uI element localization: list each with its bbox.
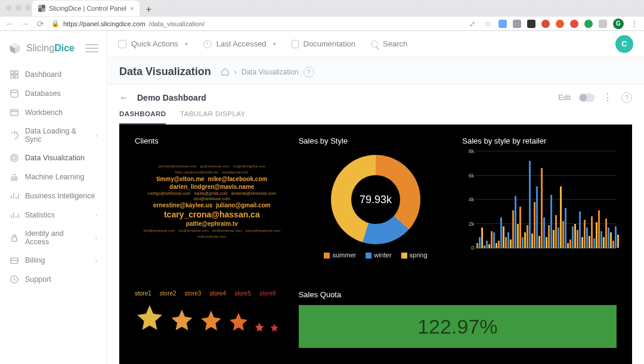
sidebar-icon: [10, 108, 19, 117]
extension-icon[interactable]: [499, 20, 507, 28]
panel-stores: store1store2store3store4store5store8: [130, 285, 294, 364]
bar: [512, 210, 514, 248]
extension-icon[interactable]: [556, 20, 564, 28]
sidebar-item-support[interactable]: Support: [5, 270, 102, 288]
extension-icon[interactable]: [513, 20, 521, 28]
sidebar-item-label: Support: [25, 275, 51, 284]
sidebar-item-label: Databases: [25, 89, 61, 98]
sidebar-icon: [10, 210, 19, 220]
address-bar[interactable]: 🔒 https://panel.slicingdice.com/data_vis…: [51, 20, 462, 27]
store-label: store5: [234, 290, 251, 297]
zoom-icon[interactable]: ⤢: [467, 19, 477, 29]
documentation-link[interactable]: Documentation: [292, 39, 355, 48]
more-menu[interactable]: ⋮: [603, 92, 613, 103]
bar: [493, 232, 495, 248]
sidebar-item-workbench[interactable]: Workbench: [5, 104, 102, 122]
legend-label: winter: [374, 251, 391, 259]
bar: [608, 228, 609, 248]
sidebar-item-label: Dashboard: [25, 70, 61, 79]
bar: [565, 208, 566, 248]
bar: [527, 225, 528, 248]
bar: [610, 232, 612, 248]
bar: [560, 186, 562, 248]
forward-icon[interactable]: →: [20, 19, 30, 29]
bar: [617, 235, 619, 248]
bar: [574, 224, 576, 248]
user-avatar[interactable]: C: [615, 35, 633, 53]
bar: [541, 168, 543, 248]
star-icon[interactable]: ☆: [483, 19, 493, 29]
browser-tab[interactable]: SlicingDice | Control Panel ×: [32, 1, 140, 16]
bar: [562, 221, 564, 248]
sidebar-item-label: Workbench: [25, 108, 63, 117]
sidebar-item-data-loading-sync[interactable]: Data Loading & Sync›: [5, 123, 102, 148]
svg-rect-6: [15, 75, 18, 78]
dashboard-title: Demo Dashboard: [137, 93, 206, 102]
browser-actions: ⤢ ☆ G ⋮: [467, 18, 639, 29]
sidebar-item-identity-and-access[interactable]: Identity and Access›: [5, 225, 102, 250]
svg-point-7: [11, 90, 18, 93]
bar: [577, 230, 578, 248]
panel-title: Sales Quota: [299, 290, 617, 299]
logo-icon: [8, 42, 21, 55]
profile-avatar[interactable]: G: [613, 18, 624, 29]
bar: [517, 224, 519, 248]
home-icon[interactable]: [221, 67, 230, 76]
kebab-icon[interactable]: ⋮: [630, 19, 639, 29]
sidebar-item-business-intelligence[interactable]: Business Intelligence: [5, 187, 102, 205]
svg-rect-8: [11, 110, 18, 116]
extension-icon[interactable]: [541, 20, 550, 28]
bar: [553, 230, 555, 248]
menu-toggle-icon[interactable]: [85, 44, 98, 52]
bar: [558, 228, 559, 248]
sidebar-item-label: Data Loading & Sync: [25, 127, 89, 144]
sidebar-item-machine-learning[interactable]: Machine Learning: [5, 168, 102, 186]
sidebar-item-billing[interactable]: Billing›: [5, 251, 102, 269]
search-icon: [371, 41, 378, 48]
bar: [486, 241, 488, 248]
store-labels: store1store2store3store4store5store8: [135, 290, 289, 297]
new-tab-button[interactable]: +: [142, 3, 155, 16]
store-label: store2: [160, 290, 177, 297]
breadcrumb-item[interactable]: Data Visualization: [242, 68, 299, 76]
sidebar-item-label: Machine Learning: [25, 173, 84, 181]
edit-toggle[interactable]: [579, 94, 595, 102]
documentation-label: Documentation: [304, 39, 355, 48]
bar: [505, 237, 507, 248]
extension-icon[interactable]: [584, 20, 593, 28]
breadcrumb: › Data Visualization ?: [221, 67, 314, 77]
close-icon[interactable]: ×: [130, 5, 134, 12]
extension-icon[interactable]: [570, 20, 578, 28]
sidebar-item-statistics[interactable]: Statistics›: [5, 206, 102, 224]
bar: [591, 216, 593, 248]
url-path: /data_visualization/: [149, 20, 205, 27]
back-button[interactable]: ←: [119, 92, 129, 103]
last-accessed-label: Last Accessed: [216, 39, 267, 48]
legend-swatch: [401, 253, 407, 259]
reload-icon[interactable]: ⟳: [36, 19, 45, 29]
tab-title: SlicingDice | Control Panel: [49, 5, 126, 12]
help-icon[interactable]: ?: [304, 67, 314, 77]
search-button[interactable]: Search: [371, 39, 407, 48]
back-icon[interactable]: ←: [5, 19, 14, 29]
last-accessed-menu[interactable]: Last Accessed ▾: [203, 39, 276, 48]
sidebar-icon: [10, 275, 19, 284]
help-icon[interactable]: ?: [621, 92, 632, 103]
legend-swatch: [366, 253, 371, 259]
sidebar-item-data-visualization[interactable]: Data Visualization: [5, 149, 102, 167]
extension-icon[interactable]: [599, 20, 607, 28]
sidebar-item-label: Business Intelligence: [25, 192, 95, 200]
sidebar-item-dashboard[interactable]: Dashboard: [5, 66, 102, 83]
tab-dashboard[interactable]: DASHBOARD: [119, 110, 166, 125]
bar: [567, 243, 569, 248]
brand[interactable]: SlicingDice: [0, 37, 107, 63]
bar: [531, 234, 533, 248]
bar: [605, 219, 607, 248]
legend-swatch: [324, 253, 330, 259]
window-controls[interactable]: [6, 5, 31, 11]
extension-icon[interactable]: [527, 20, 535, 28]
tab-tabular[interactable]: TABULAR DISPLAY: [180, 110, 245, 125]
svg-rect-3: [11, 71, 14, 74]
sidebar-item-databases[interactable]: Databases: [5, 85, 102, 102]
quick-actions-menu[interactable]: Quick Actions ▾: [118, 39, 188, 48]
